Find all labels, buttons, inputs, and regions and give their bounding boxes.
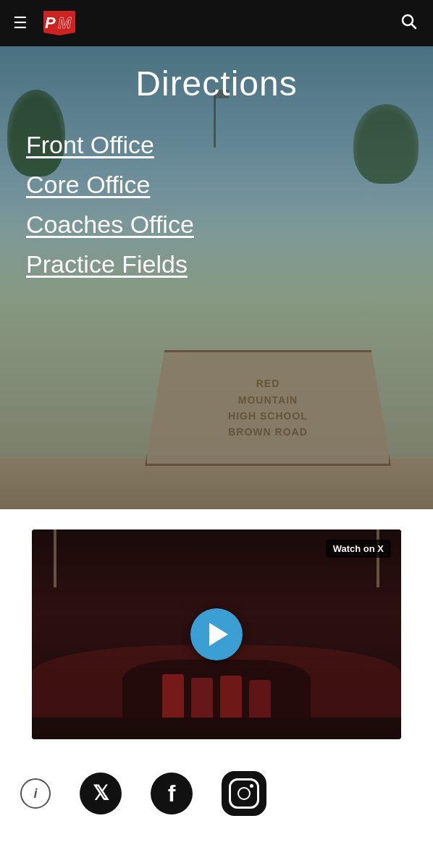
header-left: ☰ P M	[13, 9, 78, 37]
twitter-x-button[interactable]: 𝕏	[80, 773, 122, 814]
core-office-link[interactable]: Core Office	[26, 166, 433, 203]
directions-links: Front Office Core Office Coaches Office …	[0, 127, 433, 283]
search-button[interactable]	[397, 9, 420, 37]
facebook-button[interactable]: f	[151, 773, 193, 814]
player-4	[249, 680, 271, 718]
instagram-icon	[229, 778, 259, 809]
hero-section: REDMOUNTAINHIGH SCHOOLBROWN ROAD Directi…	[0, 46, 433, 509]
instagram-button[interactable]	[222, 771, 266, 816]
svg-text:P: P	[45, 14, 56, 32]
video-players	[122, 660, 311, 725]
front-office-link[interactable]: Front Office	[26, 127, 433, 163]
coaches-office-link[interactable]: Coaches Office	[26, 206, 433, 243]
logo-container[interactable]: P M	[41, 9, 78, 37]
practice-fields-link[interactable]: Practice Fields	[26, 246, 433, 283]
menu-icon[interactable]: ☰	[13, 14, 28, 33]
svg-text:M: M	[58, 14, 72, 32]
player-2	[191, 678, 213, 718]
svg-line-4	[412, 25, 416, 29]
header: ☰ P M	[0, 0, 433, 46]
video-player[interactable]: Watch on X	[32, 529, 401, 739]
instagram-dot	[250, 784, 253, 788]
instagram-lens	[237, 787, 251, 800]
watch-badge: Watch on X	[326, 540, 391, 558]
light-1	[54, 529, 56, 587]
light-2	[377, 529, 379, 587]
video-section: Watch on X	[0, 509, 433, 754]
brand-logo: P M	[41, 9, 78, 37]
info-label: i	[33, 786, 37, 801]
play-button[interactable]	[190, 608, 243, 660]
facebook-icon: f	[168, 782, 176, 805]
footer: i 𝕏 f	[0, 754, 433, 839]
play-icon	[209, 623, 228, 646]
twitter-x-icon: 𝕏	[93, 783, 109, 804]
info-button[interactable]: i	[20, 778, 51, 809]
player-1	[162, 674, 184, 718]
page-title: Directions	[0, 64, 433, 103]
player-3	[220, 676, 242, 718]
